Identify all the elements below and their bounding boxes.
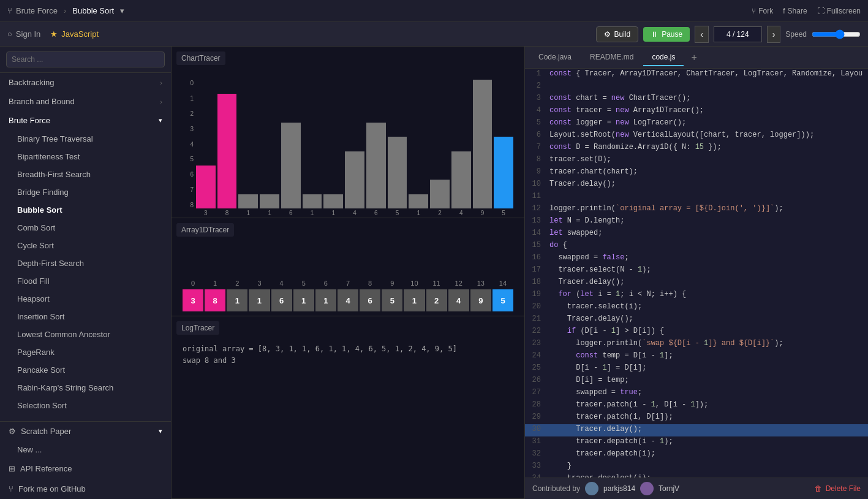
chart-bar bbox=[323, 194, 343, 208]
sign-in-button[interactable]: ○ Sign In bbox=[7, 29, 40, 39]
sidebar-subitem-bubble-sort[interactable]: Bubble Sort bbox=[0, 201, 171, 219]
second-nav: ○ Sign In ★ JavaScript ⚙ Build ⏸ Pause ‹… bbox=[0, 22, 868, 47]
sidebar-subitem-dfs[interactable]: Depth-First Search bbox=[0, 254, 171, 272]
build-button[interactable]: ⚙ Build bbox=[596, 26, 639, 42]
array-index: 10 bbox=[404, 280, 425, 287]
sidebar-item-fork-github[interactable]: ⑂ Fork me on GitHub bbox=[0, 479, 171, 499]
sidebar-subitem-new[interactable]: New ... bbox=[0, 441, 171, 459]
chart-bar bbox=[281, 123, 301, 208]
chart-bar bbox=[409, 194, 428, 208]
sidebar-subitem-binary-tree[interactable]: Binary Tree Traversal bbox=[0, 130, 171, 148]
fork-icon: ⑂ bbox=[7, 6, 12, 15]
center-panel: ChartTracer 8 7 6 5 4 3 2 1 0 bbox=[172, 47, 525, 499]
code-line: 19 for (let i = 1; i < N; i++) { bbox=[525, 289, 868, 302]
sidebar-item-backtracking[interactable]: Backtracking › bbox=[0, 73, 171, 92]
avatar-2 bbox=[640, 482, 654, 495]
array-cell: 4 bbox=[448, 289, 469, 311]
sidebar-subitem-insertion-sort[interactable]: Insertion Sort bbox=[0, 308, 171, 326]
speed-label: Speed bbox=[785, 30, 807, 39]
code-line: 29 tracer.patch(i, D[i]); bbox=[525, 412, 868, 424]
sidebar: Backtracking › Branch and Bound › Brute … bbox=[0, 47, 172, 499]
code-line: 16 swapped = false; bbox=[525, 253, 868, 265]
code-line: 4const tracer = new Array1DTracer(); bbox=[525, 105, 868, 118]
sidebar-subitem-heapsort[interactable]: Heapsort bbox=[0, 290, 171, 308]
sidebar-item-scratch-paper[interactable]: ⚙ Scratch Paper ▾ bbox=[0, 422, 171, 441]
chart-bar bbox=[217, 94, 237, 208]
code-line: 27 swapped = true; bbox=[525, 387, 868, 400]
chart-bars bbox=[196, 80, 513, 208]
breadcrumb-parent[interactable]: Brute Force bbox=[16, 6, 58, 15]
search-input[interactable] bbox=[6, 51, 165, 67]
fullscreen-button[interactable]: ⛶ Fullscreen bbox=[817, 7, 861, 15]
code-line: 6Layout.setRoot(new VerticalLayout([char… bbox=[525, 130, 868, 142]
array-index: 11 bbox=[426, 280, 447, 287]
fork-button[interactable]: ⑂ Fork bbox=[752, 7, 773, 15]
sidebar-subitem-cycle-sort[interactable]: Cycle Sort bbox=[0, 237, 171, 254]
array-index: 13 bbox=[470, 280, 491, 287]
array-cell: 1 bbox=[227, 289, 247, 311]
code-line: 15do { bbox=[525, 240, 868, 253]
chart-bar bbox=[366, 123, 386, 208]
prev-step-button[interactable]: ‹ bbox=[695, 26, 709, 43]
chart-x-label: 5 bbox=[494, 210, 513, 216]
sidebar-subitem-pagerank[interactable]: PageRank bbox=[0, 343, 171, 361]
user-icon: ○ bbox=[7, 29, 12, 39]
chevron-right-icon: › bbox=[160, 98, 162, 105]
sidebar-item-branch-bound[interactable]: Branch and Bound › bbox=[0, 92, 171, 111]
code-line: 1const { Tracer, Array1DTracer, ChartTra… bbox=[525, 69, 868, 81]
array-cell: 1 bbox=[404, 289, 425, 311]
sidebar-item-api-reference[interactable]: ⊞ API Reference bbox=[0, 459, 171, 479]
code-line: 34 tracer.deselect(i); bbox=[525, 473, 868, 478]
add-tab-button[interactable]: + bbox=[685, 50, 703, 66]
array-indices: 01234567891011121314 bbox=[183, 280, 513, 287]
chart-bar bbox=[303, 194, 322, 208]
code-line: 11 bbox=[525, 191, 868, 204]
code-line: 22 if (D[i - 1] > D[i]) { bbox=[525, 326, 868, 338]
code-editor[interactable]: 1const { Tracer, Array1DTracer, ChartTra… bbox=[525, 69, 868, 478]
second-nav-left: ○ Sign In ★ JavaScript bbox=[7, 29, 99, 39]
sidebar-subitem-bridge[interactable]: Bridge Finding bbox=[0, 183, 171, 201]
language-button[interactable]: ★ JavaScript bbox=[50, 29, 99, 39]
array-cell: 6 bbox=[271, 289, 292, 311]
delete-file-button[interactable]: 🗑 Delete File bbox=[815, 484, 861, 493]
share-button[interactable]: f Share bbox=[783, 7, 807, 15]
chart-bar bbox=[196, 166, 216, 208]
tab-readme[interactable]: README.md bbox=[581, 49, 642, 66]
breadcrumb-current[interactable]: Bubble Sort bbox=[72, 6, 114, 15]
chevron-down-icon: ▾ bbox=[159, 116, 162, 124]
sidebar-subitem-comb-sort[interactable]: Comb Sort bbox=[0, 219, 171, 237]
breadcrumb-separator: › bbox=[64, 6, 66, 15]
code-line: 33 } bbox=[525, 461, 868, 473]
chart-content: 8 7 6 5 4 3 2 1 0 bbox=[183, 74, 513, 208]
sidebar-subitem-flood-fill[interactable]: Flood Fill bbox=[0, 272, 171, 290]
sidebar-subitem-lca[interactable]: Lowest Common Ancestor bbox=[0, 326, 171, 343]
array-index: 12 bbox=[448, 280, 469, 287]
code-line: 5const logger = new LogTracer(); bbox=[525, 118, 868, 130]
sidebar-subitem-rabin-karp[interactable]: Rabin-Karp's String Search bbox=[0, 379, 171, 397]
code-line: 12logger.println(`original array = [${D.… bbox=[525, 204, 868, 216]
speed-slider[interactable] bbox=[812, 29, 861, 39]
pause-button[interactable]: ⏸ Pause bbox=[643, 27, 690, 42]
next-step-button[interactable]: › bbox=[767, 26, 781, 43]
sidebar-item-brute-force[interactable]: Brute Force ▾ bbox=[0, 111, 171, 130]
star-icon: ★ bbox=[50, 29, 58, 39]
chart-x-label: 6 bbox=[281, 210, 301, 216]
array-cell: 1 bbox=[249, 289, 270, 311]
breadcrumb-dropdown-icon[interactable]: ▾ bbox=[120, 6, 124, 15]
contributor-1-name: parkjs814 bbox=[603, 484, 635, 493]
contributor-2-name: TornjV bbox=[659, 484, 679, 493]
code-line: 17 tracer.select(N - 1); bbox=[525, 265, 868, 277]
sidebar-subitem-selection-sort[interactable]: Selection Sort bbox=[0, 397, 171, 414]
fullscreen-icon: ⛶ bbox=[817, 7, 825, 15]
tab-code-js[interactable]: code.js bbox=[643, 49, 684, 66]
sidebar-subitem-bipartiteness[interactable]: Bipartiteness Test bbox=[0, 148, 171, 166]
sidebar-list: Backtracking › Branch and Bound › Brute … bbox=[0, 73, 171, 421]
contributors: Contributed by parkjs814 TornjV bbox=[532, 482, 679, 495]
contributed-by-label: Contributed by bbox=[532, 484, 580, 493]
log-tracer-label: LogTracer bbox=[176, 321, 219, 335]
sidebar-subitem-bfs[interactable]: Breadth-First Search bbox=[0, 166, 171, 183]
sidebar-item-label: Backtracking bbox=[9, 78, 54, 87]
sidebar-subitem-pancake-sort[interactable]: Pancake Sort bbox=[0, 361, 171, 379]
tab-code-java[interactable]: Code.java bbox=[530, 49, 580, 66]
array-cells: 381161146512495 bbox=[183, 289, 513, 311]
